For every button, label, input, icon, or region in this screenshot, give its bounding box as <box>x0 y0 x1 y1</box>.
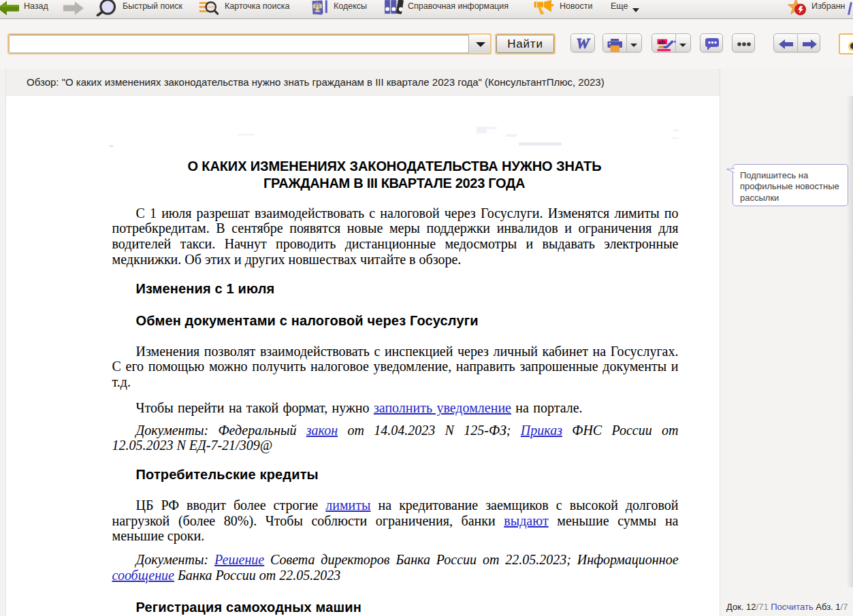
svg-text:ab: ab <box>658 39 665 46</box>
